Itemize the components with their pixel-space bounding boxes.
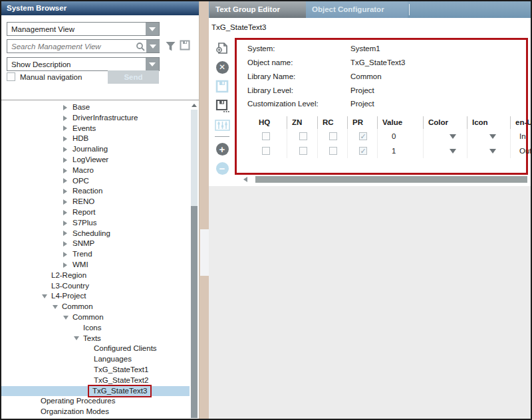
unchecked-checkbox[interactable] <box>329 132 337 140</box>
h-scrollbar-thumb[interactable] <box>255 176 527 183</box>
tree-item-trend[interactable]: Trend <box>1 249 190 260</box>
scroll-up-icon[interactable] <box>190 101 198 110</box>
value-cell[interactable]: 0 <box>392 132 396 140</box>
tree-item-txg-statetext3[interactable]: TxG_StateText3 <box>1 386 190 397</box>
panel-splitter[interactable] <box>200 1 209 419</box>
collapsed-arrow-icon[interactable] <box>63 105 71 110</box>
save-icon[interactable] <box>214 78 230 94</box>
tree-item-driverinfrastructure[interactable]: DriverInfrastructure <box>1 113 190 124</box>
tree-item-common[interactable]: Common <box>1 312 190 323</box>
unchecked-checkbox[interactable] <box>299 132 307 140</box>
tree-item-l3-country[interactable]: L3-Country <box>1 281 190 292</box>
checked-checkbox[interactable]: ✓ <box>359 147 367 155</box>
collapsed-arrow-icon[interactable] <box>63 252 71 257</box>
tree-item-logviewer[interactable]: LogViewer <box>1 155 190 165</box>
collapsed-arrow-icon[interactable] <box>63 221 71 226</box>
search-input[interactable] <box>7 43 134 51</box>
tab-text-group-editor[interactable]: Text Group Editor <box>209 1 306 18</box>
tree-item-icons[interactable]: Icons <box>1 323 190 334</box>
collapsed-arrow-icon[interactable] <box>63 136 71 142</box>
splitter-handle[interactable] <box>200 229 209 276</box>
color-dropdown-icon[interactable] <box>450 149 456 154</box>
tree-item-events[interactable]: Events <box>1 124 190 134</box>
tree-item-report[interactable]: Report <box>1 207 190 218</box>
tree-item-texts[interactable]: Texts <box>1 334 190 344</box>
collapsed-arrow-icon[interactable] <box>63 189 71 194</box>
tree-item-operating-procedures[interactable]: Operating Procedures <box>1 396 190 407</box>
collapsed-arrow-icon[interactable] <box>63 241 71 247</box>
tree-item-txg-statetext1[interactable]: TxG_StateText1 <box>1 365 190 375</box>
tree-item-reaction[interactable]: Reaction <box>1 186 190 197</box>
chevron-down-icon[interactable] <box>146 58 159 70</box>
value-cell[interactable]: 1 <box>392 147 396 155</box>
view-dropdown[interactable]: Management View <box>7 22 160 36</box>
column-header-zn[interactable]: ZN <box>287 116 317 129</box>
text-cell[interactable]: In <box>519 132 526 140</box>
search-options-chevron-icon[interactable] <box>146 40 160 52</box>
expanded-arrow-icon[interactable] <box>63 316 71 320</box>
manual-navigation-checkbox[interactable] <box>7 72 15 81</box>
column-header-icon[interactable]: Icon <box>467 116 510 129</box>
scrollbar-thumb[interactable] <box>191 206 198 418</box>
save-search-icon[interactable] <box>180 40 190 51</box>
tree-item-reno[interactable]: RENO <box>1 197 190 207</box>
column-header-en-us[interactable]: en-US <box>510 116 530 129</box>
chevron-down-icon[interactable] <box>146 23 159 35</box>
checked-checkbox[interactable]: ✓ <box>359 132 367 140</box>
column-header-color[interactable]: Color <box>423 116 467 129</box>
tree-item-languages[interactable]: Languages <box>1 354 190 365</box>
icon-dropdown-icon[interactable] <box>489 149 496 154</box>
add-row-icon[interactable]: + <box>214 141 230 157</box>
display-mode-dropdown[interactable]: Show Description <box>7 57 160 71</box>
collapsed-arrow-icon[interactable] <box>63 178 71 183</box>
tree-item-organization-modes[interactable]: Organization Modes <box>1 407 190 417</box>
tree-item-hdb[interactable]: HDB <box>1 134 190 144</box>
scroll-left-icon[interactable] <box>243 177 247 182</box>
tab-object-configurator[interactable]: Object Configurator <box>306 1 408 18</box>
collapsed-arrow-icon[interactable] <box>63 147 71 152</box>
send-button[interactable]: Send <box>108 70 159 84</box>
text-cell[interactable]: Out <box>519 147 532 155</box>
column-header-value[interactable]: Value <box>377 116 423 129</box>
collapsed-arrow-icon[interactable] <box>63 158 71 163</box>
column-header-hq[interactable]: HQ <box>237 116 287 129</box>
expanded-arrow-icon[interactable] <box>74 336 82 340</box>
tree-item-base[interactable]: Base <box>1 102 190 113</box>
collapsed-arrow-icon[interactable] <box>63 116 71 121</box>
remove-row-icon[interactable]: − <box>214 160 230 176</box>
save-as-icon[interactable] <box>214 98 230 114</box>
delete-icon[interactable]: ✕ <box>214 59 230 75</box>
collapsed-arrow-icon[interactable] <box>63 210 71 215</box>
expanded-arrow-icon[interactable] <box>42 294 50 298</box>
tree-item-common[interactable]: Common <box>1 302 190 312</box>
collapsed-arrow-icon[interactable] <box>63 199 71 205</box>
color-dropdown-icon[interactable] <box>450 134 456 139</box>
tree-item-snmp[interactable]: SNMP <box>1 239 190 249</box>
column-header-rc[interactable]: RC <box>317 116 347 129</box>
collapsed-arrow-icon[interactable] <box>63 126 71 131</box>
column-header-pr[interactable]: PR <box>347 116 377 129</box>
new-text-group-icon[interactable] <box>214 40 230 56</box>
unchecked-checkbox[interactable] <box>262 147 270 155</box>
tree-item-l4-project[interactable]: L4-Project <box>1 291 190 302</box>
tree-item-configured-clients[interactable]: Configured Clients <box>1 344 190 354</box>
tree-item-journaling[interactable]: Journaling <box>1 144 190 155</box>
tree-item-scheduling[interactable]: Scheduling <box>1 229 190 239</box>
unchecked-checkbox[interactable] <box>299 147 307 155</box>
icon-dropdown-icon[interactable] <box>489 134 496 139</box>
tree-item-l2-region[interactable]: L2-Region <box>1 270 190 281</box>
unchecked-checkbox[interactable] <box>262 132 270 140</box>
expanded-arrow-icon[interactable] <box>53 305 61 309</box>
search-icon[interactable] <box>134 42 146 51</box>
tree-item-s7plus[interactable]: S7Plus <box>1 218 190 229</box>
tree-vertical-scrollbar[interactable] <box>190 101 198 418</box>
tree-item-wmi[interactable]: WMI <box>1 260 190 270</box>
collapsed-arrow-icon[interactable] <box>63 231 71 236</box>
filter-icon[interactable] <box>166 41 176 51</box>
tree-item-macro[interactable]: Macro <box>1 165 190 176</box>
tree-item-opc[interactable]: OPC <box>1 176 190 187</box>
search-box[interactable] <box>7 39 160 53</box>
unchecked-checkbox[interactable] <box>329 147 337 155</box>
collapsed-arrow-icon[interactable] <box>63 168 71 173</box>
table-horizontal-scrollbar[interactable] <box>243 176 529 183</box>
